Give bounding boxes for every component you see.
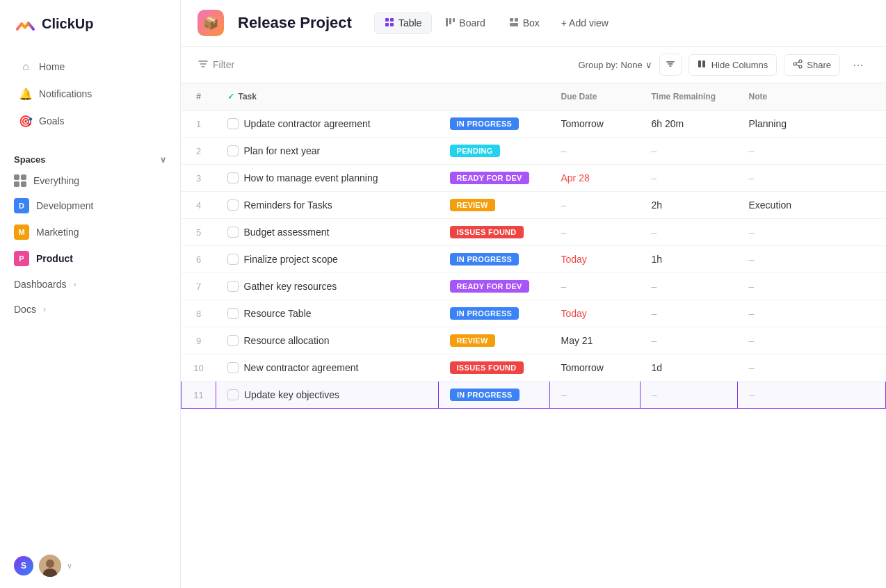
task-checkbox[interactable]: [227, 227, 239, 238]
table-row[interactable]: 11 Update key objectives IN PROGRESS – –…: [182, 382, 886, 409]
sort-icon: [666, 59, 675, 71]
table-row[interactable]: 7 Gather key resources READY FOR DEV – –…: [182, 273, 886, 300]
row-time-remaining: –: [641, 219, 738, 246]
status-badge: READY FOR DEV: [450, 172, 529, 184]
row-task[interactable]: How to manage event planning: [216, 165, 439, 192]
row-task[interactable]: Reminders for Tasks: [216, 192, 439, 219]
svg-rect-12: [510, 23, 518, 26]
svg-rect-11: [515, 18, 518, 22]
row-task[interactable]: Finalize project scope: [216, 246, 439, 273]
task-name-label: Reminders for Tasks: [244, 199, 332, 211]
task-checkbox[interactable]: [227, 281, 239, 292]
sidebar-item-development[interactable]: D Development: [0, 193, 180, 219]
row-due-date: Tomorrow: [550, 111, 641, 138]
sidebar-item-everything[interactable]: Everything: [0, 169, 180, 193]
task-checkbox[interactable]: [227, 172, 239, 183]
task-name-label: Resource allocation: [244, 335, 330, 346]
row-task[interactable]: Plan for next year: [216, 138, 439, 165]
sort-button[interactable]: [659, 54, 682, 76]
marketing-avatar: M: [14, 224, 29, 240]
row-num: 3: [182, 165, 216, 192]
row-note: –: [738, 300, 886, 327]
group-by-control[interactable]: Group by: None ∨: [578, 60, 652, 70]
row-status: IN PROGRESS: [439, 111, 550, 138]
group-by-value: None: [621, 60, 643, 70]
sidebar-item-dashboards-label: Dashboards: [14, 279, 67, 290]
task-checkbox[interactable]: [227, 145, 239, 156]
row-task[interactable]: Resource Table: [216, 300, 439, 327]
table-row[interactable]: 4 Reminders for Tasks REVIEW – 2h Execut…: [182, 192, 886, 219]
logo-text: ClickUp: [42, 16, 93, 32]
more-options-button[interactable]: ···: [847, 54, 869, 76]
row-task[interactable]: Budget assessment: [216, 219, 439, 246]
sidebar-item-product[interactable]: P Product: [0, 245, 180, 272]
row-task[interactable]: Resource allocation: [216, 327, 439, 354]
row-due-date: Today: [550, 300, 641, 327]
sidebar-item-home-label: Home: [39, 61, 65, 72]
row-time-remaining: 2h: [641, 192, 738, 219]
table-row[interactable]: 8 Resource Table IN PROGRESS Today – –: [182, 300, 886, 327]
task-checkbox[interactable]: [227, 335, 239, 346]
project-title: Release Project: [238, 14, 352, 32]
row-note: Planning: [738, 111, 886, 138]
sidebar-item-marketing[interactable]: M Marketing: [0, 219, 180, 245]
row-task[interactable]: Update key objectives: [216, 382, 439, 409]
sidebar-item-dashboards[interactable]: Dashboards ›: [0, 272, 180, 297]
task-checkbox[interactable]: [227, 389, 239, 400]
project-icon: 📦: [198, 10, 224, 36]
col-status: [439, 83, 550, 111]
svg-rect-5: [385, 23, 389, 26]
tab-box[interactable]: Box: [499, 13, 550, 34]
user-profile-area[interactable]: S ∨: [0, 544, 180, 588]
docs-chevron-icon: ›: [43, 304, 46, 314]
table-row[interactable]: 3 How to manage event planning READY FOR…: [182, 165, 886, 192]
hide-columns-button[interactable]: Hide Columns: [688, 54, 778, 76]
logo[interactable]: ClickUp: [0, 0, 180, 47]
col-time-remaining: Time Remaining: [641, 83, 738, 111]
task-checkbox[interactable]: [227, 199, 239, 211]
status-badge: REVIEW: [450, 334, 495, 347]
table-row[interactable]: 5 Budget assessment ISSUES FOUND – – –: [182, 219, 886, 246]
row-task[interactable]: New contractor agreement: [216, 354, 439, 382]
sidebar-item-notifications[interactable]: 🔔 Notifications: [6, 81, 175, 107]
sidebar-item-goals-label: Goals: [39, 115, 65, 126]
sidebar: ClickUp ⌂ Home 🔔 Notifications 🎯 Goals S…: [0, 0, 181, 588]
task-checkbox[interactable]: [227, 362, 239, 373]
add-view-button[interactable]: + Add view: [553, 13, 617, 33]
sidebar-item-docs[interactable]: Docs ›: [0, 297, 180, 322]
task-checkbox[interactable]: [227, 118, 239, 129]
user-avatar-initials: S: [14, 556, 33, 575]
hide-columns-icon: [698, 59, 707, 71]
row-status: PENDING: [439, 138, 550, 165]
sidebar-item-goals[interactable]: 🎯 Goals: [6, 108, 175, 134]
filter-button[interactable]: Filter: [198, 58, 234, 72]
task-name-label: Update key objectives: [244, 389, 339, 400]
status-badge: PENDING: [450, 145, 500, 157]
row-status: ISSUES FOUND: [439, 354, 550, 382]
table-row[interactable]: 10 New contractor agreement ISSUES FOUND…: [182, 354, 886, 382]
table-row[interactable]: 2 Plan for next year PENDING – – –: [182, 138, 886, 165]
share-button[interactable]: Share: [784, 54, 840, 76]
filter-icon: [198, 58, 209, 72]
table-row[interactable]: 6 Finalize project scope IN PROGRESS Tod…: [182, 246, 886, 273]
sidebar-item-home[interactable]: ⌂ Home: [6, 54, 175, 80]
task-checkbox[interactable]: [227, 254, 239, 265]
row-due-date: –: [550, 192, 641, 219]
task-checkbox[interactable]: [227, 308, 239, 319]
user-menu-chevron-icon[interactable]: ∨: [67, 562, 72, 571]
tab-table[interactable]: Table: [374, 13, 432, 34]
status-badge: ISSUES FOUND: [450, 226, 524, 238]
svg-rect-3: [385, 18, 389, 22]
row-note: –: [738, 165, 886, 192]
spaces-chevron-icon[interactable]: ∨: [160, 155, 166, 165]
tab-board[interactable]: Board: [435, 13, 495, 34]
row-task[interactable]: Gather key resources: [216, 273, 439, 300]
sidebar-item-docs-label: Docs: [14, 304, 36, 315]
table-row[interactable]: 9 Resource allocation REVIEW May 21 – –: [182, 327, 886, 354]
row-task[interactable]: Update contractor agreement: [216, 111, 439, 138]
spaces-label: Spaces: [14, 154, 46, 165]
row-time-remaining: 1h: [641, 246, 738, 273]
table-row[interactable]: 1 Update contractor agreement IN PROGRES…: [182, 111, 886, 138]
table-body: 1 Update contractor agreement IN PROGRES…: [182, 111, 886, 409]
svg-rect-13: [698, 60, 701, 67]
